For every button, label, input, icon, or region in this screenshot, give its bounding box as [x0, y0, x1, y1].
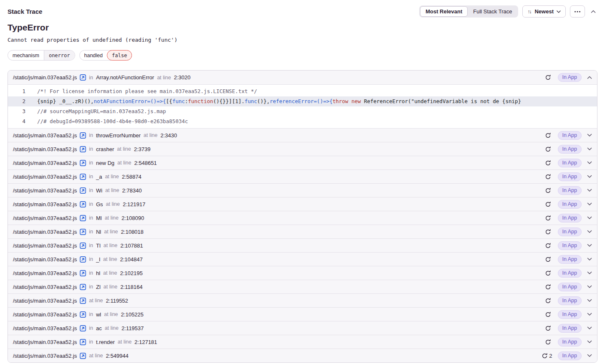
- frame-chevron-icon[interactable]: [587, 147, 592, 151]
- frame-file-path: /static/js/main.037eaa52.js: [13, 270, 77, 276]
- external-link-icon[interactable]: [80, 187, 86, 194]
- stack-frame-row[interactable]: /static/js/main.037eaa52.js in hl at lin…: [8, 266, 597, 280]
- line-number: 3: [8, 106, 25, 116]
- external-link-icon[interactable]: [80, 270, 86, 276]
- line-number: 4: [8, 116, 25, 126]
- at-line-label: at line: [144, 132, 157, 138]
- refresh-icon: [545, 298, 551, 304]
- stack-frame-row[interactable]: /static/js/main.037eaa52.js in Zl at lin…: [8, 280, 597, 293]
- stack-frame-row[interactable]: /static/js/main.037eaa52.js in t.render …: [8, 335, 597, 349]
- at-line-label: at line: [89, 353, 103, 359]
- frame-meta: In App: [545, 172, 592, 181]
- stack-frame-row[interactable]: /static/js/main.037eaa52.js at line 2:11…: [8, 293, 597, 307]
- stack-frame-row[interactable]: /static/js/main.037eaa52.js in _l at lin…: [8, 252, 597, 266]
- in-label: in: [89, 132, 93, 138]
- frame-chevron-icon[interactable]: [587, 326, 592, 330]
- frame-chevron-icon[interactable]: [587, 161, 592, 164]
- frame-function-name: ac: [96, 325, 102, 331]
- frame-chevron-icon[interactable]: [587, 230, 592, 233]
- toggle-full-stack-trace[interactable]: Full Stack Trace: [468, 6, 517, 17]
- frame-chevron-icon[interactable]: [587, 244, 592, 247]
- stack-frame-row[interactable]: /static/js/main.037eaa52.js in Ml at lin…: [8, 211, 597, 225]
- in-label: in: [89, 174, 93, 179]
- frame-chevron-icon[interactable]: [587, 313, 592, 316]
- repeats-indicator: [545, 325, 552, 331]
- external-link-icon[interactable]: [80, 215, 86, 221]
- frame-chevron-icon[interactable]: [587, 271, 592, 275]
- frame-chevron-icon[interactable]: [587, 189, 592, 192]
- code-line: 4//# debugId=09389588-100d-4b4e-98d0-e26…: [8, 116, 597, 126]
- stack-frame-row[interactable]: /static/js/main.037eaa52.js at line 2:54…: [8, 349, 597, 362]
- frame-line-number: 2:78340: [122, 187, 142, 194]
- frame-chevron-icon[interactable]: [587, 175, 592, 178]
- frame-chevron-icon[interactable]: [587, 202, 592, 206]
- frame-line-number: 2:119537: [122, 325, 144, 331]
- external-link-icon[interactable]: [80, 243, 86, 249]
- in-label: in: [89, 243, 93, 248]
- collapse-section-button[interactable]: [589, 8, 597, 15]
- frame-chevron-icon[interactable]: [587, 76, 592, 79]
- external-link-icon[interactable]: [80, 146, 86, 152]
- external-link-icon[interactable]: [80, 298, 86, 304]
- at-line-label: at line: [104, 311, 118, 317]
- frame-chevron-icon[interactable]: [587, 216, 592, 220]
- frame-info: /static/js/main.037eaa52.js in crasher a…: [13, 146, 150, 152]
- external-link-icon[interactable]: [80, 174, 86, 180]
- in-app-badge: In App: [558, 200, 582, 209]
- refresh-icon: [545, 215, 551, 221]
- frame-function-name: new Dg: [96, 160, 114, 166]
- stack-frame-row[interactable]: /static/js/main.037eaa52.js in _a at lin…: [8, 169, 597, 183]
- external-link-icon[interactable]: [80, 284, 86, 290]
- refresh-icon: [545, 201, 551, 207]
- frame-chevron-icon[interactable]: [587, 354, 592, 357]
- frame-line-number: 2:118164: [120, 284, 142, 290]
- external-link-icon[interactable]: [80, 229, 86, 235]
- frame-meta: In App: [545, 73, 592, 82]
- frame-line-number: 2:58874: [122, 174, 142, 180]
- stack-frame-row[interactable]: /static/js/main.037eaa52.js in Nl at lin…: [8, 225, 597, 238]
- frame-chevron-icon[interactable]: [587, 258, 592, 261]
- frame-chevron-icon[interactable]: [587, 299, 592, 302]
- external-link-icon[interactable]: [80, 256, 86, 263]
- external-link-icon[interactable]: [80, 311, 86, 318]
- repeats-indicator: [545, 74, 552, 81]
- stack-frame-row[interactable]: /static/js/main.037eaa52.js in Gs at lin…: [8, 197, 597, 211]
- in-app-badge: In App: [558, 186, 582, 195]
- in-app-badge: In App: [558, 310, 582, 319]
- sort-button[interactable]: ↑↓ Newest: [522, 5, 566, 18]
- in-label: in: [89, 75, 93, 81]
- external-link-icon[interactable]: [80, 201, 86, 207]
- stack-frame-row[interactable]: /static/js/main.037eaa52.js in ac at lin…: [8, 321, 597, 335]
- stack-frame-row[interactable]: /static/js/main.037eaa52.js in throwErro…: [8, 128, 597, 142]
- stack-frame-row[interactable]: /static/js/main.037eaa52.js in Tl at lin…: [8, 238, 597, 252]
- external-link-icon[interactable]: [80, 74, 86, 81]
- code-line: 2{snip} _0__.zR)(),notAFunctionError=()=…: [8, 96, 597, 106]
- tag-key: handled: [80, 51, 108, 60]
- external-link-icon[interactable]: [80, 353, 86, 359]
- external-link-icon[interactable]: [80, 325, 86, 331]
- frame-chevron-icon[interactable]: [587, 134, 592, 137]
- in-label: in: [89, 256, 93, 262]
- frame-file-path: /static/js/main.037eaa52.js: [13, 201, 77, 207]
- frame-chevron-icon[interactable]: [587, 340, 592, 344]
- in-app-badge: In App: [558, 159, 582, 167]
- in-app-badge: In App: [558, 145, 582, 154]
- stack-trace-header: Stack Trace Most Relevant Full Stack Tra…: [8, 0, 597, 18]
- toggle-most-relevant[interactable]: Most Relevant: [420, 6, 468, 17]
- external-link-icon[interactable]: [80, 339, 86, 345]
- stack-frame-row[interactable]: /static/js/main.037eaa52.js in Array.not…: [8, 71, 597, 84]
- in-label: in: [89, 187, 93, 193]
- external-link-icon[interactable]: [80, 132, 86, 139]
- frame-chevron-icon[interactable]: [587, 285, 592, 288]
- stack-frame-row[interactable]: /static/js/main.037eaa52.js in wl at lin…: [8, 307, 597, 321]
- stack-frame-row[interactable]: /static/js/main.037eaa52.js in Wi at lin…: [8, 183, 597, 197]
- external-link-icon[interactable]: [80, 160, 86, 166]
- frame-file-path: /static/js/main.037eaa52.js: [13, 146, 77, 152]
- frame-function-name: _a: [96, 174, 102, 180]
- frame-info: /static/js/main.037eaa52.js at line 2:54…: [13, 353, 129, 359]
- chevron-up-icon: [591, 10, 596, 13]
- stack-frame-row[interactable]: /static/js/main.037eaa52.js in crasher a…: [8, 142, 597, 156]
- more-options-button[interactable]: [570, 5, 585, 18]
- stack-frame-row[interactable]: /static/js/main.037eaa52.js in new Dg at…: [8, 156, 597, 169]
- stack-frame: /static/js/main.037eaa52.js in throwErro…: [8, 128, 597, 142]
